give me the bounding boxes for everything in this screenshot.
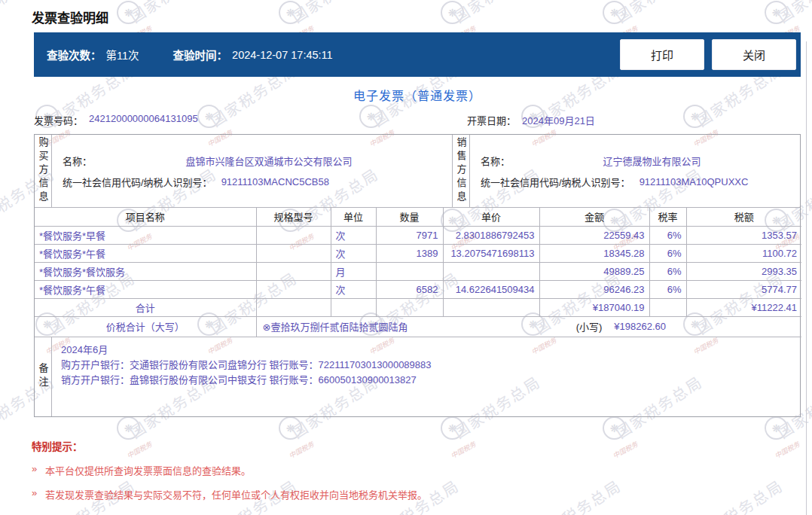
item-unit: 次	[331, 226, 376, 244]
item-amount: 49889.25	[539, 262, 649, 280]
invoice-meta-row: 发票号码： 24212000000064131095 开票日期： 2024年09…	[34, 113, 801, 131]
seller-taxid-field: 统一社会信用代码/纳税人识别号： 91211103MA10QPUXXC	[481, 175, 794, 189]
invoice-type-title: 电子发票（普通发票）	[34, 86, 801, 104]
check-count-field: 查验次数： 第11次	[47, 47, 139, 62]
invoice-number-value: 24212000000064131095	[89, 113, 198, 127]
item-quantity: 7971	[376, 226, 443, 244]
watermark-text: 国家税务总局	[287, 0, 382, 27]
tax-emblem-icon: ❋	[279, 1, 302, 24]
table-row: *餐饮服务*午餐 次 6582 14.622641509434 96246.23…	[35, 280, 801, 298]
tax-emblem-icon: ❋	[603, 1, 626, 24]
seller-name-value: 辽宁德晟物业有限公司	[510, 154, 794, 168]
col-header-item-name: 项目名称	[35, 208, 256, 226]
buyer-name-label: 名称：	[63, 154, 92, 168]
col-header-unit-price: 单价	[443, 208, 539, 226]
notice-item: » 本平台仅提供所查询发票票面信息的查验结果。	[32, 463, 785, 477]
item-name: *餐饮服务*午餐	[35, 280, 256, 298]
amount-small-label: (小写)	[576, 319, 603, 334]
buyer-section: 购买方信息 名称： 盘锦市兴隆台区双通城市公交有限公司 统一社会信用代码/纳税人…	[35, 135, 453, 207]
notice-item-text: 本平台仅提供所查询发票票面信息的查验结果。	[45, 463, 251, 477]
total-empty-cell	[376, 298, 443, 316]
buyer-side-label-text: 购买方信息	[36, 137, 50, 205]
notice-title: 特别提示：	[32, 438, 785, 453]
right-border	[806, 41, 807, 515]
col-header-quantity: 数量	[376, 208, 443, 226]
table-row: *餐饮服务*餐饮服务 月 49889.25 6% 2993.35	[35, 262, 801, 280]
table-row: *餐饮服务*早餐 次 7971 2.8301886792453 22559.43…	[35, 226, 801, 244]
buyer-name-value: 盘锦市兴隆台区双通城市公交有限公司	[92, 154, 446, 168]
buyer-taxid-label: 统一社会信用代码/纳税人识别号：	[63, 175, 212, 189]
tax-emblem-icon: ❋	[279, 416, 302, 440]
tax-emblem-icon: ❋	[765, 1, 788, 24]
item-tax: 5774.77	[686, 280, 801, 298]
seller-body: 名称： 辽宁德晟物业有限公司 统一社会信用代码/纳税人识别号： 91211103…	[470, 135, 800, 207]
toolbar: 查验次数： 第11次 查验时间： 2024-12-07 17:45:11 打印 …	[34, 32, 801, 77]
tax-emblem-icon: ❋	[603, 416, 626, 440]
col-header-spec: 规格型号	[256, 208, 331, 226]
amount-in-words-content: ⊗壹拾玖万捌仟贰佰陆拾贰圆陆角 (小写) ¥198262.60	[257, 319, 802, 334]
buyer-body: 名称： 盘锦市兴隆台区双通城市公交有限公司 统一社会信用代码/纳税人识别号： 9…	[52, 135, 452, 207]
seller-side-label-text: 销售方信息	[454, 137, 469, 205]
notice-item: » 若发现发票查验结果与实际交易不符，任何单位或个人有权拒收并向当地税务机关举报…	[32, 487, 785, 501]
item-unit-price: 2.8301886792453	[443, 226, 539, 244]
check-count-value: 第11次	[106, 47, 139, 62]
total-empty-cell	[256, 298, 331, 316]
party-section: 购买方信息 名称： 盘锦市兴隆台区双通城市公交有限公司 统一社会信用代码/纳税人…	[35, 135, 800, 208]
remark-line: 销方开户银行：盘锦银行股份有限公司中银支行 银行账号：6600501309000…	[61, 373, 791, 388]
amount-in-words-label: 价税合计（大写）	[35, 316, 256, 337]
total-row: 合计 ¥187040.19 ¥11222.41	[35, 298, 801, 316]
amount-in-words-cell: ⊗壹拾玖万捌仟贰佰陆拾贰圆陆角 (小写) ¥198262.60	[256, 316, 801, 337]
close-button[interactable]: 关闭	[712, 39, 796, 70]
col-header-unit: 单位	[331, 208, 376, 226]
remark-line: 购方开户银行：交通银行股份有限公司盘锦分行 银行账号：7221117030130…	[61, 358, 791, 373]
item-unit: 次	[331, 244, 376, 262]
total-empty-cell	[443, 298, 539, 316]
total-amount: ¥187040.19	[539, 298, 649, 316]
item-spec	[256, 280, 331, 298]
buyer-taxid-value: 91211103MACNC5CB58	[221, 176, 329, 187]
item-tax-rate: 6%	[649, 226, 686, 244]
amount-in-words-value: ⊗壹拾玖万捌仟贰佰陆拾贰圆陆角	[263, 319, 408, 334]
issue-date-value: 2024年09月21日	[522, 113, 595, 127]
item-name: *餐饮服务*早餐	[35, 226, 256, 244]
remark-body: 2024年6月 购方开户银行：交通银行股份有限公司盘锦分行 银行账号：72211…	[52, 337, 800, 416]
watermark-text: 国家税务总局	[773, 0, 812, 27]
tax-emblem-icon: ❋	[441, 1, 464, 24]
issue-date-label: 开票日期：	[467, 113, 516, 127]
item-unit: 次	[331, 280, 376, 298]
item-spec	[256, 244, 331, 262]
watermark-text: 国家税务总局	[449, 0, 544, 27]
item-tax-rate: 6%	[649, 280, 686, 298]
total-label: 合计	[35, 298, 256, 316]
tax-emblem-icon: ❋	[441, 416, 464, 440]
seller-side-label: 销售方信息	[453, 135, 470, 207]
item-tax: 2993.35	[686, 262, 801, 280]
seller-name-field: 名称： 辽宁德晟物业有限公司	[481, 154, 794, 168]
item-spec	[256, 226, 331, 244]
item-quantity: 6582	[376, 280, 443, 298]
item-unit: 月	[331, 262, 376, 280]
item-tax-rate: 6%	[649, 262, 686, 280]
buyer-side-label: 购买方信息	[35, 135, 52, 207]
col-header-tax: 税额	[686, 208, 801, 226]
item-unit-price: 13.2075471698113	[443, 244, 539, 262]
table-row: *餐饮服务*午餐 次 1389 13.2075471698113 18345.2…	[35, 244, 801, 262]
print-button[interactable]: 打印	[620, 39, 704, 70]
page-title: 发票查验明细	[32, 8, 108, 26]
total-empty-cell	[649, 298, 686, 316]
special-notice: 特别提示： » 本平台仅提供所查询发票票面信息的查验结果。 » 若发现发票查验结…	[32, 438, 785, 501]
notice-item-text: 若发现发票查验结果与实际交易不符，任何单位或个人有权拒收并向当地税务机关举报。	[45, 487, 427, 501]
col-header-amount: 金额	[539, 208, 649, 226]
remark-section: 备注 2024年6月 购方开户银行：交通银行股份有限公司盘锦分行 银行账号：72…	[35, 337, 800, 416]
tax-emblem-icon: ❋	[765, 416, 788, 440]
toolbar-buttons: 打印 关闭	[620, 39, 796, 70]
invoice-panel: 购买方信息 名称： 盘锦市兴隆台区双通城市公交有限公司 统一社会信用代码/纳税人…	[34, 134, 801, 417]
item-spec	[256, 262, 331, 280]
remark-line: 2024年6月	[61, 343, 791, 358]
seller-taxid-label: 统一社会信用代码/纳税人识别号：	[481, 175, 630, 189]
watermark-text: 国家税务总局	[125, 0, 220, 27]
watermark-text: 国家税务总局	[611, 0, 706, 27]
item-quantity	[376, 262, 443, 280]
item-tax: 1353.57	[686, 226, 801, 244]
invoice-number-field: 发票号码： 24212000000064131095	[34, 113, 198, 127]
